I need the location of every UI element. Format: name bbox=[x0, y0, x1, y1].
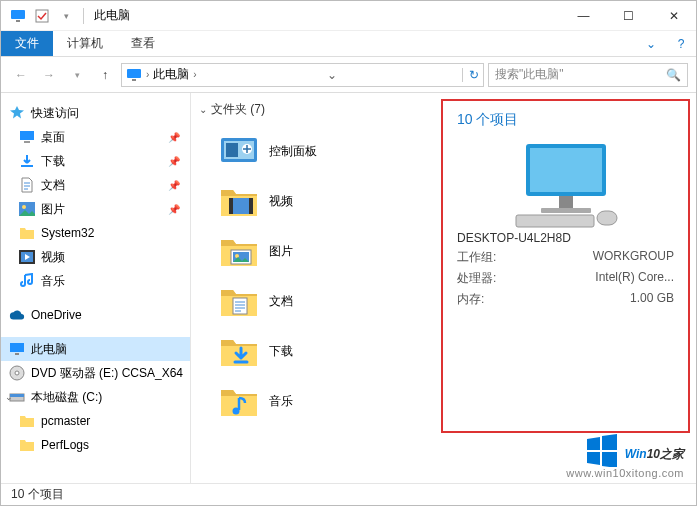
svg-rect-3 bbox=[127, 69, 141, 78]
computer-name: DESKTOP-U4L2H8D bbox=[457, 231, 674, 245]
details-key: 处理器: bbox=[457, 270, 496, 287]
download-icon bbox=[19, 153, 35, 169]
sidebar-item-label: 此电脑 bbox=[31, 341, 67, 358]
refresh-icon[interactable]: ↻ bbox=[462, 68, 479, 82]
details-row-workgroup: 工作组: WORKGROUP bbox=[457, 249, 674, 266]
svg-rect-32 bbox=[559, 196, 573, 208]
sidebar-item-label: 图片 bbox=[41, 201, 65, 218]
navigation-bar: ← → ▾ ↑ › 此电脑 › ⌄ ↻ 搜索"此电脑" 🔍 bbox=[1, 57, 696, 93]
tree-collapse-icon[interactable]: ⌄ bbox=[5, 392, 13, 402]
title-bar: ▾ 此电脑 — ☐ ✕ bbox=[1, 1, 696, 31]
chevron-down-icon[interactable]: ⌄ bbox=[199, 104, 207, 115]
sidebar-item-label: pcmaster bbox=[41, 414, 90, 428]
details-pane: 10 个项目 DESKTOP-U4L2H8D 工作组: WORKGROUP 处理… bbox=[441, 99, 690, 433]
svg-rect-4 bbox=[132, 79, 136, 81]
folder-videos[interactable]: 视频 bbox=[199, 176, 441, 226]
sidebar-item-desktop[interactable]: 桌面 📌 bbox=[1, 125, 190, 149]
address-bar[interactable]: › 此电脑 › ⌄ ↻ bbox=[121, 63, 484, 87]
watermark: Win10之家 www.win10xitong.com bbox=[566, 433, 684, 479]
details-key: 工作组: bbox=[457, 249, 496, 266]
svg-rect-1 bbox=[16, 20, 20, 22]
svg-rect-5 bbox=[20, 131, 34, 140]
recent-dropdown-icon[interactable]: ▾ bbox=[65, 63, 89, 87]
svg-rect-13 bbox=[15, 353, 19, 355]
ribbon-tabs: 文件 计算机 查看 ⌄ ? bbox=[1, 31, 696, 57]
sidebar-item-label: System32 bbox=[41, 226, 94, 240]
folder-label: 图片 bbox=[269, 243, 293, 260]
forward-button[interactable]: → bbox=[37, 63, 61, 87]
navigation-pane: 快速访问 桌面 📌 下载 📌 文档 📌 图片 📌 bbox=[1, 93, 191, 483]
pc-icon bbox=[126, 67, 142, 83]
svg-point-29 bbox=[233, 408, 240, 415]
sidebar-item-label: 音乐 bbox=[41, 273, 65, 290]
qat-dropdown-icon[interactable]: ▾ bbox=[55, 5, 77, 27]
svg-rect-6 bbox=[24, 141, 30, 143]
sidebar-quick-access[interactable]: 快速访问 bbox=[1, 101, 190, 125]
sidebar-item-label: DVD 驱动器 (E:) CCSA_X64 bbox=[31, 365, 183, 382]
app-icon[interactable] bbox=[7, 5, 29, 27]
sidebar-item-documents[interactable]: 文档 📌 bbox=[1, 173, 190, 197]
sidebar-item-system32[interactable]: System32 bbox=[1, 221, 190, 245]
sidebar-this-pc[interactable]: 此电脑 bbox=[1, 337, 190, 361]
folder-icon bbox=[19, 225, 35, 241]
folder-label: 音乐 bbox=[269, 393, 293, 410]
history-dropdown-icon[interactable]: ⌄ bbox=[321, 68, 337, 82]
sidebar-item-downloads[interactable]: 下载 📌 bbox=[1, 149, 190, 173]
pin-icon: 📌 bbox=[168, 156, 180, 167]
windows-logo-icon bbox=[585, 433, 619, 467]
music-icon bbox=[19, 273, 35, 289]
svg-rect-31 bbox=[530, 148, 602, 192]
sidebar-item-pcmaster[interactable]: pcmaster bbox=[1, 409, 190, 433]
sidebar-item-label: 本地磁盘 (C:) bbox=[31, 389, 102, 406]
folder-music[interactable]: 音乐 bbox=[199, 376, 441, 426]
back-button[interactable]: ← bbox=[9, 63, 33, 87]
desktop-icon bbox=[19, 129, 35, 145]
status-bar: 10 个项目 bbox=[1, 483, 696, 505]
svg-point-9 bbox=[22, 205, 26, 209]
sidebar-item-perflogs[interactable]: PerfLogs bbox=[1, 433, 190, 457]
chevron-right-icon[interactable]: › bbox=[193, 69, 196, 80]
sidebar-dvd[interactable]: DVD 驱动器 (E:) CCSA_X64 bbox=[1, 361, 190, 385]
help-icon[interactable]: ? bbox=[666, 37, 696, 51]
svg-rect-7 bbox=[21, 165, 33, 167]
maximize-button[interactable]: ☐ bbox=[606, 1, 651, 31]
sidebar-item-videos[interactable]: 视频 bbox=[1, 245, 190, 269]
sidebar-item-music[interactable]: 音乐 bbox=[1, 269, 190, 293]
svg-rect-33 bbox=[541, 208, 591, 213]
folders-group-header[interactable]: ⌄ 文件夹 (7) bbox=[199, 101, 441, 118]
close-button[interactable]: ✕ bbox=[651, 1, 696, 31]
details-value: WORKGROUP bbox=[593, 249, 674, 266]
search-icon[interactable]: 🔍 bbox=[666, 68, 681, 82]
details-row-memory: 内存: 1.00 GB bbox=[457, 291, 674, 308]
brand-suffix: 之家 bbox=[660, 447, 684, 461]
window-title: 此电脑 bbox=[94, 7, 130, 24]
minimize-button[interactable]: — bbox=[561, 1, 606, 31]
brand-win: Win bbox=[625, 447, 647, 461]
up-button[interactable]: ↑ bbox=[93, 63, 117, 87]
sidebar-item-label: 桌面 bbox=[41, 129, 65, 146]
checkbox-icon[interactable] bbox=[31, 5, 53, 27]
folder-documents[interactable]: 文档 bbox=[199, 276, 441, 326]
svg-rect-23 bbox=[233, 198, 249, 214]
sidebar-local-disk[interactable]: ⌄ 本地磁盘 (C:) bbox=[1, 385, 190, 409]
sidebar-item-label: 视频 bbox=[41, 249, 65, 266]
folder-documents-icon bbox=[219, 283, 259, 319]
sidebar-item-pictures[interactable]: 图片 📌 bbox=[1, 197, 190, 221]
tab-computer[interactable]: 计算机 bbox=[53, 31, 117, 56]
tab-file[interactable]: 文件 bbox=[1, 31, 53, 56]
folder-pictures[interactable]: 图片 bbox=[199, 226, 441, 276]
folder-icon bbox=[19, 413, 35, 429]
folder-downloads[interactable]: 下载 bbox=[199, 326, 441, 376]
folder-control-panel[interactable]: 控制面板 bbox=[199, 126, 441, 176]
details-key: 内存: bbox=[457, 291, 484, 308]
search-placeholder: 搜索"此电脑" bbox=[495, 66, 564, 83]
ribbon-expand-icon[interactable]: ⌄ bbox=[636, 37, 666, 51]
chevron-right-icon[interactable]: › bbox=[146, 69, 149, 80]
breadcrumb[interactable]: 此电脑 bbox=[153, 66, 189, 83]
star-icon bbox=[9, 105, 25, 121]
tab-view[interactable]: 查看 bbox=[117, 31, 169, 56]
svg-rect-0 bbox=[11, 10, 25, 19]
brand-10: 10 bbox=[647, 447, 660, 461]
search-input[interactable]: 搜索"此电脑" 🔍 bbox=[488, 63, 688, 87]
sidebar-onedrive[interactable]: OneDrive bbox=[1, 303, 190, 327]
